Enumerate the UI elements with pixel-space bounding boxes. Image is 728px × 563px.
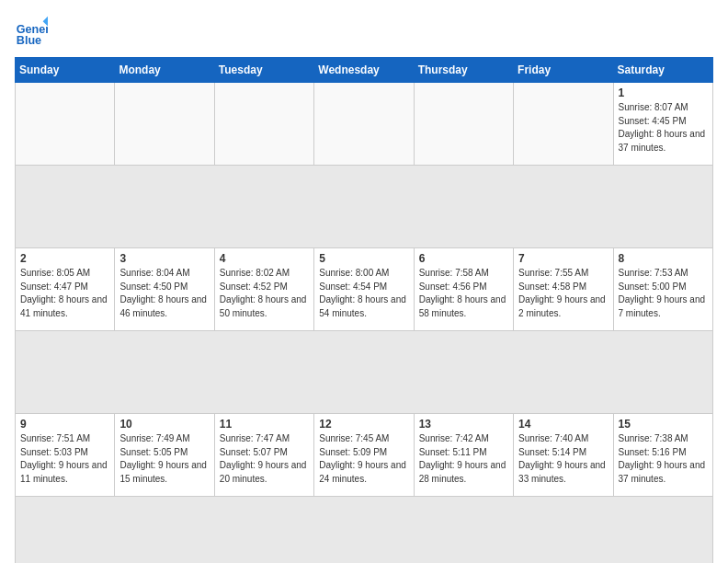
day-cell — [314, 83, 414, 166]
day-cell — [214, 83, 313, 166]
day-info: Sunrise: 7:47 AM Sunset: 5:07 PM Dayligh… — [220, 432, 309, 486]
weekday-header-friday: Friday — [514, 58, 613, 83]
logo: General Blue — [15, 15, 48, 48]
calendar-table: SundayMondayTuesdayWednesdayThursdayFrid… — [15, 57, 713, 563]
day-number: 4 — [220, 252, 309, 265]
day-info: Sunrise: 7:42 AM Sunset: 5:11 PM Dayligh… — [419, 432, 508, 486]
week-separator — [16, 497, 713, 564]
day-number: 10 — [119, 418, 209, 431]
day-number: 14 — [518, 418, 608, 431]
day-info: Sunrise: 7:55 AM Sunset: 4:58 PM Dayligh… — [518, 267, 608, 320]
weekday-header-saturday: Saturday — [613, 58, 712, 83]
day-cell: 13Sunrise: 7:42 AM Sunset: 5:11 PM Dayli… — [414, 414, 513, 497]
day-number: 3 — [119, 252, 209, 265]
day-number: 1 — [619, 86, 708, 99]
day-number: 13 — [419, 418, 508, 431]
day-info: Sunrise: 7:40 AM Sunset: 5:14 PM Dayligh… — [518, 432, 608, 486]
weekday-header-row: SundayMondayTuesdayWednesdayThursdayFrid… — [16, 58, 713, 83]
weekday-header-monday: Monday — [115, 58, 214, 83]
day-cell: 15Sunrise: 7:38 AM Sunset: 5:16 PM Dayli… — [613, 414, 712, 497]
day-info: Sunrise: 8:07 AM Sunset: 4:45 PM Dayligh… — [619, 101, 708, 155]
day-cell: 14Sunrise: 7:40 AM Sunset: 5:14 PM Dayli… — [514, 414, 613, 497]
day-number: 7 — [518, 252, 608, 265]
day-info: Sunrise: 8:04 AM Sunset: 4:50 PM Dayligh… — [119, 267, 209, 320]
day-cell — [514, 83, 613, 166]
day-cell: 7Sunrise: 7:55 AM Sunset: 4:58 PM Daylig… — [514, 248, 613, 331]
day-info: Sunrise: 8:02 AM Sunset: 4:52 PM Dayligh… — [220, 267, 309, 320]
weekday-header-thursday: Thursday — [414, 58, 513, 83]
day-info: Sunrise: 7:38 AM Sunset: 5:16 PM Dayligh… — [619, 432, 708, 486]
day-cell — [115, 83, 214, 166]
day-number: 15 — [619, 418, 708, 431]
day-cell: 11Sunrise: 7:47 AM Sunset: 5:07 PM Dayli… — [214, 414, 313, 497]
day-cell: 10Sunrise: 7:49 AM Sunset: 5:05 PM Dayli… — [115, 414, 214, 497]
day-cell: 12Sunrise: 7:45 AM Sunset: 5:09 PM Dayli… — [314, 414, 414, 497]
day-info: Sunrise: 7:45 AM Sunset: 5:09 PM Dayligh… — [319, 432, 408, 486]
day-number: 6 — [419, 252, 508, 265]
day-cell: 3Sunrise: 8:04 AM Sunset: 4:50 PM Daylig… — [115, 248, 214, 331]
day-info: Sunrise: 8:00 AM Sunset: 4:54 PM Dayligh… — [319, 267, 408, 320]
logo-icon: General Blue — [15, 15, 48, 48]
day-cell: 1Sunrise: 8:07 AM Sunset: 4:45 PM Daylig… — [613, 83, 712, 166]
day-number: 12 — [319, 418, 408, 431]
week-separator — [16, 166, 713, 248]
day-cell — [16, 83, 115, 166]
day-info: Sunrise: 7:49 AM Sunset: 5:05 PM Dayligh… — [119, 432, 209, 486]
day-cell — [414, 83, 513, 166]
day-cell: 8Sunrise: 7:53 AM Sunset: 5:00 PM Daylig… — [613, 248, 712, 331]
day-info: Sunrise: 7:51 AM Sunset: 5:03 PM Dayligh… — [20, 432, 109, 486]
day-number: 2 — [20, 252, 109, 265]
weekday-header-wednesday: Wednesday — [314, 58, 414, 83]
day-number: 5 — [319, 252, 408, 265]
page-header: General Blue — [15, 15, 713, 48]
day-info: Sunrise: 7:53 AM Sunset: 5:00 PM Dayligh… — [619, 267, 708, 320]
day-cell: 9Sunrise: 7:51 AM Sunset: 5:03 PM Daylig… — [16, 414, 115, 497]
day-cell: 4Sunrise: 8:02 AM Sunset: 4:52 PM Daylig… — [214, 248, 313, 331]
week-row-2: 9Sunrise: 7:51 AM Sunset: 5:03 PM Daylig… — [16, 414, 713, 497]
weekday-header-sunday: Sunday — [16, 58, 115, 83]
week-separator — [16, 331, 713, 414]
day-info: Sunrise: 7:58 AM Sunset: 4:56 PM Dayligh… — [419, 267, 508, 320]
day-number: 11 — [220, 418, 309, 431]
day-number: 9 — [20, 418, 109, 431]
day-info: Sunrise: 8:05 AM Sunset: 4:47 PM Dayligh… — [20, 267, 109, 320]
day-number: 8 — [619, 252, 708, 265]
week-row-1: 2Sunrise: 8:05 AM Sunset: 4:47 PM Daylig… — [16, 248, 713, 331]
svg-text:Blue: Blue — [17, 34, 41, 47]
day-cell: 5Sunrise: 8:00 AM Sunset: 4:54 PM Daylig… — [314, 248, 414, 331]
day-cell: 6Sunrise: 7:58 AM Sunset: 4:56 PM Daylig… — [414, 248, 513, 331]
weekday-header-tuesday: Tuesday — [214, 58, 313, 83]
week-row-0: 1Sunrise: 8:07 AM Sunset: 4:45 PM Daylig… — [16, 83, 713, 166]
day-cell: 2Sunrise: 8:05 AM Sunset: 4:47 PM Daylig… — [16, 248, 115, 331]
